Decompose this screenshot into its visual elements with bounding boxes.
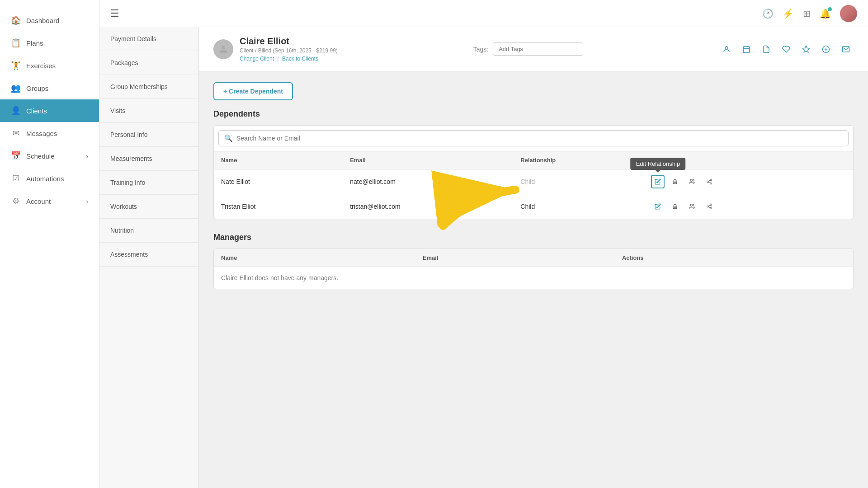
mgr-col-actions: Actions	[615, 249, 853, 267]
tags-label: Tags:	[473, 46, 488, 53]
sidebar-item-dashboard[interactable]: 🏠 Dashboard	[0, 9, 99, 32]
mail-action-icon[interactable]	[838, 42, 854, 57]
svg-line-20	[708, 207, 710, 208]
sidebar-label-automations: Automations	[26, 175, 64, 183]
managers-empty-row: Claire Elliot does not have any managers…	[214, 267, 853, 289]
back-to-clients-link[interactable]: Back to Clients	[282, 56, 318, 62]
sidebar-label-messages: Messages	[26, 130, 57, 137]
left-nav-training-info[interactable]: Training Info	[99, 171, 198, 195]
dep1-group-button[interactable]	[685, 175, 699, 188]
sidebar-label-clients: Clients	[26, 107, 47, 115]
edit-relationship-tooltip: Edit Relationship	[631, 158, 686, 170]
dependent-row-1: Nate Elliot nate@elliot.com Child	[214, 169, 853, 194]
chevron-right-icon-account: ›	[86, 197, 88, 205]
left-nav-assessments[interactable]: Assessments	[99, 243, 198, 267]
search-icon: 🔍	[224, 134, 233, 142]
change-client-link[interactable]: Change Client	[240, 56, 274, 62]
svg-point-11	[710, 179, 712, 181]
client-billing: Client / Billed (Sep 16th, 2025 - $219.9…	[240, 47, 338, 54]
svg-line-21	[708, 205, 710, 206]
sidebar-label-account: Account	[26, 197, 51, 205]
dep1-delete-button[interactable]	[668, 175, 682, 188]
sidebar-item-clients[interactable]: 👤 Clients	[0, 99, 99, 122]
dep2-share-button[interactable]	[703, 200, 716, 213]
create-dependent-button[interactable]: + Create Dependent	[213, 82, 293, 100]
sidebar-label-groups: Groups	[26, 84, 48, 92]
left-nav-visits[interactable]: Visits	[99, 99, 198, 123]
dep1-email: nate@elliot.com	[343, 169, 513, 194]
col-email: Email	[343, 151, 513, 169]
left-nav-measurements[interactable]: Measurements	[99, 147, 198, 171]
right-content-area: Claire Elliot Client / Billed (Sep 16th,…	[199, 27, 868, 488]
dependents-table-container: 🔍 Name Email Relationship Actions	[213, 125, 854, 219]
col-name: Name	[214, 151, 343, 169]
sidebar-item-schedule[interactable]: 📅 Schedule ›	[0, 145, 99, 167]
col-relationship: Relationship	[513, 151, 644, 169]
left-nav-packages[interactable]: Packages	[99, 51, 198, 75]
document-action-icon[interactable]	[759, 42, 774, 57]
star-action-icon[interactable]	[798, 42, 814, 57]
sidebar: 🏠 Dashboard 📋 Plans 🏋 Exercises 👥 Groups…	[0, 0, 99, 488]
dep2-group-button[interactable]	[685, 200, 699, 213]
sidebar-item-automations[interactable]: ☑ Automations	[0, 167, 99, 190]
managers-table: Name Email Actions Claire Elliot does no…	[214, 249, 853, 289]
account-icon: ⚙	[11, 196, 21, 206]
action-icons	[719, 42, 854, 57]
left-nav-personal-info[interactable]: Personal Info	[99, 123, 198, 147]
svg-point-0	[222, 46, 225, 49]
exercises-icon: 🏋	[11, 61, 21, 70]
dep1-share-button[interactable]	[703, 175, 716, 188]
sidebar-item-messages[interactable]: ✉ Messages	[0, 122, 99, 145]
schedule-icon: 📅	[11, 151, 21, 161]
dashboard-icon: 🏠	[11, 15, 21, 25]
grid-icon[interactable]: ⊞	[803, 8, 811, 19]
left-nav-panel: Payment Details Packages Group Membershi…	[99, 27, 199, 488]
dep2-relationship: Child	[513, 194, 644, 219]
sidebar-label-dashboard: Dashboard	[26, 17, 59, 24]
svg-point-12	[707, 181, 709, 183]
clients-icon: 👤	[11, 106, 21, 116]
profile-action-icon[interactable]	[719, 42, 734, 57]
bell-icon[interactable]: 🔔	[820, 8, 831, 19]
sidebar-item-account[interactable]: ⚙ Account ›	[0, 190, 99, 212]
left-nav-workouts[interactable]: Workouts	[99, 195, 198, 219]
sidebar-item-groups[interactable]: 👥 Groups	[0, 77, 99, 99]
dep2-actions	[644, 194, 853, 219]
sidebar-item-exercises[interactable]: 🏋 Exercises	[0, 54, 99, 77]
messages-icon: ✉	[11, 128, 21, 138]
left-nav-group-memberships[interactable]: Group Memberships	[99, 75, 198, 99]
svg-line-15	[708, 180, 710, 181]
dep1-relationship: Child	[513, 169, 644, 194]
dep2-email: tristan@elliot.com	[343, 194, 513, 219]
svg-point-10	[690, 179, 693, 182]
calendar-action-icon[interactable]	[739, 42, 754, 57]
sidebar-item-plans[interactable]: 📋 Plans	[0, 32, 99, 54]
tags-input[interactable]	[493, 42, 583, 56]
dep2-edit-button[interactable]	[651, 200, 665, 213]
client-header: Claire Elliot Client / Billed (Sep 16th,…	[199, 27, 868, 71]
left-nav-nutrition[interactable]: Nutrition	[99, 219, 198, 243]
top-navbar: ☰ 🕐 ⚡ ⊞ 🔔	[99, 0, 868, 27]
client-links: Change Client / Back to Clients	[240, 56, 338, 62]
dep1-actions: Edit Relationship	[644, 169, 853, 194]
dep2-name: Tristan Elliot	[214, 194, 343, 219]
managers-empty-message: Claire Elliot does not have any managers…	[214, 267, 853, 289]
dep2-delete-button[interactable]	[668, 200, 682, 213]
dependents-search-input[interactable]	[236, 135, 843, 142]
dep1-edit-button[interactable]	[651, 175, 665, 188]
content-area: Payment Details Packages Group Membershi…	[99, 27, 868, 488]
lightning-icon[interactable]: ⚡	[783, 8, 794, 19]
clock-icon[interactable]: 🕐	[762, 8, 774, 19]
managers-title: Managers	[213, 233, 854, 242]
dependents-search-bar: 🔍	[218, 130, 849, 146]
left-nav-payment-details[interactable]: Payment Details	[99, 27, 198, 51]
client-info: Claire Elliot Client / Billed (Sep 16th,…	[213, 36, 338, 62]
svg-point-16	[690, 204, 693, 206]
add-circle-action-icon[interactable]	[818, 42, 834, 57]
hamburger-menu[interactable]: ☰	[110, 8, 119, 19]
user-avatar[interactable]	[840, 5, 857, 22]
groups-icon: 👥	[11, 83, 21, 93]
dependents-title: Dependents	[213, 109, 854, 119]
dep1-edit-wrapper: Edit Relationship	[651, 175, 665, 188]
heart-action-icon[interactable]	[778, 42, 794, 57]
